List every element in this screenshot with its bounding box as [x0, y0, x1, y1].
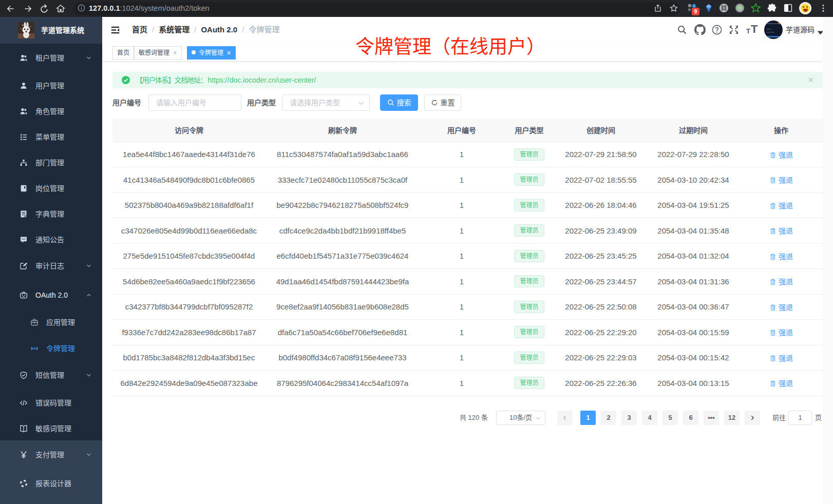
svg-text:A: A [33, 347, 35, 350]
